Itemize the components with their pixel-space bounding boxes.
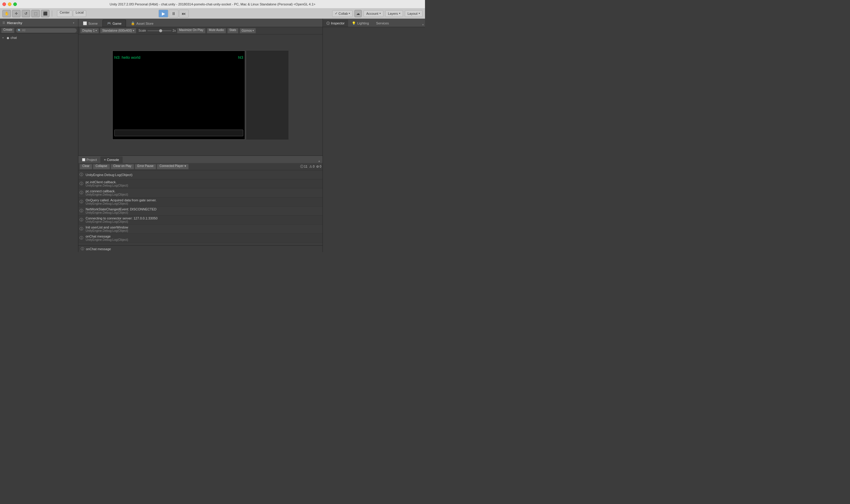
console-statusbar: ⓘ onChat message — [78, 245, 323, 252]
account-chevron-icon: ▾ — [379, 12, 381, 15]
warn-icon: ⚠ — [309, 165, 312, 168]
scene-tab[interactable]: ⬜ Scene — [78, 20, 102, 27]
scale-slider[interactable] — [147, 30, 171, 31]
project-tab-icon: ⬜ — [82, 158, 85, 161]
play-controls: ▶ ⏸ ⏭ — [159, 10, 189, 17]
console-log-row[interactable]: ⓘpc.initClient callback.UnityEngine.Debu… — [78, 179, 323, 188]
console-tab[interactable]: ≡ Console — [101, 157, 123, 163]
warn-badge: ⚠ 0 — [309, 165, 315, 168]
console-log-row[interactable]: ⓘonChat messageUnityEngine.Debug:Log(Obj… — [78, 234, 323, 242]
layers-chevron-icon: ▾ — [399, 12, 400, 15]
console-log-row[interactable]: ⓘUnityEngine.Debug:Log(Object) — [78, 170, 323, 179]
stats-button[interactable]: Stats — [227, 28, 238, 34]
create-button[interactable]: Create — [1, 28, 15, 33]
lighting-tab-icon: 💡 — [352, 21, 356, 25]
separator-1 — [52, 11, 52, 17]
console-log-icon: ⓘ — [79, 181, 83, 186]
game-view: hl3: hello world hl3 — [78, 34, 323, 156]
console-log-icon: ⓘ — [79, 190, 83, 195]
hierarchy-search[interactable]: 🔍 All — [16, 28, 77, 33]
console-log-icon: ⓘ — [79, 217, 83, 222]
hand-tool-button[interactable]: ✋ — [2, 10, 11, 17]
maximize-on-play-button[interactable]: Maximize On Play — [177, 28, 205, 34]
error-pause-button[interactable]: Error Pause — [135, 164, 156, 169]
console-log-main: onChat message — [86, 235, 321, 238]
minimize-button[interactable] — [8, 2, 12, 6]
scale-handle — [159, 29, 162, 32]
maximize-button[interactable] — [13, 2, 17, 6]
inspector-collapse-button[interactable]: ▾ — [421, 23, 425, 27]
lighting-tab[interactable]: 💡 Lighting — [348, 20, 373, 27]
main-layout: ☰ Hierarchy ▾ Create 🔍 All ▾ ◉ chat ⬜ Sc… — [0, 19, 425, 252]
layout-chevron-icon: ▾ — [419, 12, 420, 15]
console-log-row[interactable]: ⓘpc.connect callback.UnityEngine.Debug:L… — [78, 188, 323, 197]
account-button[interactable]: Account ▾ — [363, 10, 383, 17]
console-log-row[interactable]: ⓘInit userList and userWindowUnityEngine… — [78, 224, 323, 234]
play-button[interactable]: ▶ — [159, 10, 168, 17]
clear-on-play-button[interactable]: Clear on Play — [111, 164, 134, 169]
step-button[interactable]: ⏭ — [179, 10, 189, 17]
hierarchy-panel: ☰ Hierarchy ▾ Create 🔍 All ▾ ◉ chat — [0, 19, 78, 252]
hierarchy-toolbar: Create 🔍 All — [0, 27, 78, 34]
console-log-icon: ⓘ — [79, 227, 83, 232]
connected-player-button[interactable]: Connected Player ▾ — [157, 164, 188, 169]
game-view-toolbar: Display 1 ▾ Standalone (600x400) ▾ Scale… — [78, 27, 323, 34]
hierarchy-content: ▾ ◉ chat — [0, 34, 78, 252]
window-title: Unity 2017.2.0f3 Personal (64bit) - chat… — [110, 2, 315, 6]
asset-store-tab[interactable]: 🔒 Asset Store — [126, 20, 158, 27]
display-chevron-icon: ▾ — [95, 29, 97, 32]
hierarchy-header: ☰ Hierarchy ▾ — [0, 19, 78, 27]
title-bar: Unity 2017.2.0f3 Personal (64bit) - chat… — [0, 0, 425, 8]
console-log-icon: ⓘ — [79, 172, 83, 177]
scale-tool-button[interactable]: ⬚ — [31, 10, 40, 17]
error-icon: ⊘ — [316, 165, 319, 168]
console-log-sub: UnityEngine.Debug:Log(Object) — [86, 220, 321, 223]
center-button[interactable]: Center — [57, 10, 72, 17]
clear-button[interactable]: Clear — [79, 164, 92, 169]
console-log-row[interactable]: ⓘConnecting to connector server: 127.0.0… — [78, 216, 323, 224]
project-tab[interactable]: ⬜ Project — [78, 157, 101, 163]
resolution-dropdown[interactable]: Standalone (600x400) ▾ — [100, 28, 136, 34]
pause-button[interactable]: ⏸ — [169, 10, 178, 17]
inspector-tab[interactable]: ⓘ Inspector — [323, 20, 348, 27]
hierarchy-collapse-button[interactable]: ▾ — [71, 21, 76, 25]
mute-audio-button[interactable]: Mute Audio — [207, 28, 226, 34]
rect-tool-button[interactable]: ⬛ — [41, 10, 50, 17]
center-area: ⬜ Scene 🎮 Game 🔒 Asset Store Display 1 ▾… — [78, 19, 323, 252]
console-log-row[interactable]: ⓘNetWorkStateChangedEvent: DISCONNECTEDU… — [78, 206, 323, 216]
gizmos-chevron-icon: ▾ — [253, 29, 254, 32]
collapse-button[interactable]: Collapse — [93, 164, 110, 169]
inspector-tab-bar: ⓘ Inspector 💡 Lighting Services ▾ — [323, 19, 425, 27]
rotate-tool-button[interactable]: ↺ — [22, 10, 30, 17]
console-toolbar: Clear Collapse Clear on Play Error Pause… — [78, 163, 323, 170]
hierarchy-title: Hierarchy — [7, 21, 22, 25]
local-button[interactable]: Local — [73, 10, 86, 17]
canvas-input-field[interactable] — [114, 130, 243, 136]
console-badges: ⓘ 11 ⚠ 0 ⊘ 0 — [300, 164, 321, 169]
console-log-row[interactable]: ⓘOnQuery called. Acquired data from gate… — [78, 197, 323, 206]
console-log-main: OnQuery called. Acquired data from gate … — [86, 198, 321, 202]
collab-check-icon: ✓ — [335, 12, 338, 15]
gizmos-button[interactable]: Gizmos ▾ — [240, 28, 256, 34]
console-log-main: UnityEngine.Debug:Log(Object) — [86, 173, 321, 177]
collab-button[interactable]: ✓ Collab ▾ — [332, 10, 352, 17]
hierarchy-item-chat[interactable]: ▾ ◉ chat — [0, 34, 78, 41]
hierarchy-icon: ☰ — [2, 21, 5, 24]
layout-button[interactable]: Layout ▾ — [405, 10, 422, 17]
status-text: onChat message — [86, 247, 111, 251]
cloud-button[interactable]: ☁ — [355, 10, 362, 17]
move-tool-button[interactable]: ✛ — [12, 10, 20, 17]
layers-button[interactable]: Layers ▾ — [385, 10, 403, 17]
center-local-group: Center Local — [57, 10, 86, 17]
display-dropdown[interactable]: Display 1 ▾ — [80, 28, 99, 34]
console-log-main: Connecting to connector server: 127.0.0.… — [86, 216, 321, 220]
services-tab[interactable]: Services — [373, 20, 393, 27]
console-log-main: Init userList and userWindow — [86, 226, 321, 229]
gameobject-icon: ◉ — [7, 36, 10, 39]
inspector-tab-icon: ⓘ — [326, 21, 330, 25]
console-log-sub: UnityEngine.Debug:Log(Object) — [86, 202, 321, 205]
game-tab[interactable]: 🎮 Game — [103, 20, 126, 27]
close-button[interactable] — [2, 2, 6, 6]
connected-player-chevron-icon: ▾ — [184, 164, 186, 167]
bottom-collapse-button[interactable]: ▲ — [317, 159, 321, 163]
